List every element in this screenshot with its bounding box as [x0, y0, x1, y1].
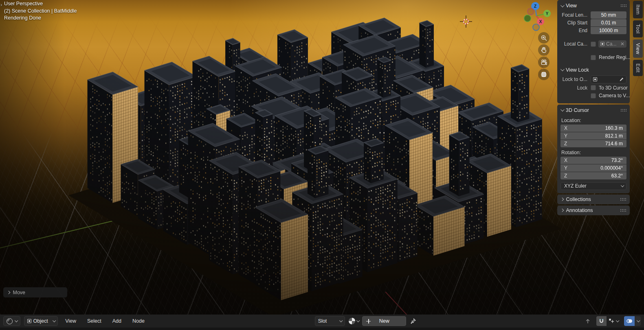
shader-editor-header: Object View Select Add Node Slot New: [0, 315, 644, 328]
snap-toggle-button[interactable]: [596, 316, 607, 326]
material-preview-icon: [349, 318, 355, 324]
snap-target-dropdown[interactable]: [607, 316, 620, 326]
shader-type-dropdown[interactable]: Object: [24, 316, 58, 326]
svg-text:Y: Y: [546, 11, 549, 16]
shader-editor-icon: [7, 318, 13, 324]
drag-handle-icon[interactable]: [620, 4, 626, 7]
menu-add[interactable]: Add: [109, 318, 125, 324]
collections-panel-header[interactable]: Collections: [557, 195, 630, 204]
gizmo-y-neg[interactable]: [524, 15, 531, 22]
view-panel: View Focal Len... 50 mm Clip Start 0.01 …: [557, 0, 630, 103]
local-camera-checkbox[interactable]: [591, 42, 596, 47]
toolbar-expand-icon[interactable]: ›: [0, 2, 2, 8]
editor-type-button[interactable]: [3, 316, 20, 326]
drag-handle-icon[interactable]: [620, 198, 626, 201]
cursor-location-x[interactable]: X 160.3 m: [560, 125, 626, 132]
gizmo-x-axis[interactable]: X: [537, 18, 544, 25]
local-camera-field[interactable]: Ca... ✕: [598, 40, 626, 48]
tab-edit[interactable]: Edit: [633, 60, 643, 76]
pan-tool-button[interactable]: [538, 44, 549, 56]
cursor-rotation-y[interactable]: Y 0.000004°: [560, 164, 626, 172]
rotation-mode-dropdown[interactable]: XYZ Euler: [560, 182, 626, 190]
pan-hand-icon: [541, 47, 547, 53]
overlays-dropdown[interactable]: [635, 316, 641, 326]
clip-end-field[interactable]: 10000 m: [591, 27, 626, 34]
location-label: Location:: [561, 118, 626, 123]
to-3d-cursor-checkbox[interactable]: [591, 85, 596, 90]
auto-offset-button[interactable]: [583, 316, 593, 326]
plus-icon: [366, 319, 371, 323]
sidebar-tabs: Item Tool View Edit: [633, 1, 644, 78]
cursor-rotation-z[interactable]: Z 63.2°: [560, 172, 626, 179]
zoom-tool-button[interactable]: [538, 32, 549, 44]
lock-to-object-label: Lock to O...: [560, 76, 591, 82]
slot-dropdown[interactable]: Slot: [315, 316, 345, 326]
to-3d-cursor-label: To 3D Cursor: [599, 85, 628, 91]
chevron-right-icon: [560, 198, 564, 201]
cursor-panel-header[interactable]: 3D Cursor: [557, 105, 630, 115]
chevron-down-icon: [15, 319, 18, 322]
3d-cursor-icon: [460, 15, 472, 28]
drag-handle-icon[interactable]: [620, 109, 626, 112]
snap-group: [596, 316, 620, 326]
camera-view-icon: [541, 59, 547, 66]
overlays-toggle-button[interactable]: [624, 316, 635, 326]
cursor-panel: 3D Cursor Location: X 160.3 m Y 812.1 m …: [557, 105, 630, 193]
lock-label: Lock: [560, 85, 591, 91]
lock-to-object-field[interactable]: [591, 75, 626, 83]
chevron-down-icon: [339, 319, 343, 322]
camera-view-button[interactable]: [538, 57, 549, 68]
magnet-icon: [598, 318, 604, 324]
drag-handle-icon[interactable]: [620, 209, 626, 212]
tab-item[interactable]: Item: [633, 1, 643, 18]
eyedropper-icon[interactable]: [619, 77, 624, 82]
local-camera-placeholder: Ca...: [606, 41, 616, 47]
navigation-gizmo[interactable]: Z Y X: [523, 1, 551, 31]
svg-text:X: X: [539, 20, 542, 24]
chevron-down-icon: [560, 107, 565, 111]
camera-to-view-checkbox[interactable]: [591, 93, 596, 98]
gizmo-x-neg[interactable]: [528, 8, 534, 15]
orthographic-grid-icon: [541, 71, 547, 78]
tab-tool[interactable]: Tool: [633, 20, 643, 37]
chevron-down-icon: [637, 319, 640, 322]
chevron-right-icon: [560, 209, 564, 212]
move-operator-panel[interactable]: Move: [3, 287, 67, 297]
snap-target-icon: [609, 318, 614, 324]
view-lock-header[interactable]: View Lock: [557, 65, 630, 75]
focal-length-field[interactable]: 50 mm: [591, 11, 626, 19]
clip-start-label: Clip Start: [560, 20, 591, 26]
collections-title: Collections: [566, 197, 591, 202]
gizmo-y-axis[interactable]: Y: [543, 10, 551, 17]
render-region-checkbox[interactable]: [591, 55, 596, 60]
chevron-down-icon: [616, 319, 619, 322]
cursor-location-z[interactable]: Z 714.6 m: [560, 140, 626, 147]
clear-icon[interactable]: ✕: [620, 41, 624, 47]
view-panel-header[interactable]: View: [557, 1, 630, 11]
zoom-icon: [541, 35, 547, 42]
viewport-3d[interactable]: › User Perspective (2) Scene Collection …: [0, 0, 644, 315]
gizmo-z-neg[interactable]: [533, 24, 539, 31]
clip-start-field[interactable]: 0.01 m: [591, 19, 626, 26]
camera-to-view-label: Camera to V...: [599, 93, 630, 98]
sidebar-n-panel: View Focal Len... 50 mm Clip Start 0.01 …: [557, 0, 630, 216]
menu-select[interactable]: Select: [84, 318, 105, 324]
expand-icon: [7, 291, 10, 294]
cursor-location-y[interactable]: Y 812.1 m: [560, 132, 626, 140]
blender-window: › User Perspective (2) Scene Collection …: [0, 0, 644, 330]
pin-icon[interactable]: [410, 318, 416, 324]
orthographic-toggle-button[interactable]: [538, 69, 549, 80]
overlays-group: [624, 316, 641, 326]
chevron-down-icon: [560, 3, 565, 7]
new-material-button[interactable]: New: [362, 316, 406, 326]
overlays-icon: [626, 318, 633, 324]
annotations-panel-header[interactable]: Annotations: [557, 205, 630, 215]
cursor-rotation-x[interactable]: X 73.2°: [560, 157, 626, 164]
material-browse-button[interactable]: [349, 318, 359, 324]
menu-view[interactable]: View: [62, 318, 80, 324]
tab-view[interactable]: View: [633, 39, 643, 58]
chevron-down-icon: [356, 319, 360, 322]
cursor-panel-title: 3D Cursor: [566, 107, 589, 113]
camera-data-icon: [600, 42, 604, 46]
menu-node[interactable]: Node: [129, 318, 148, 324]
